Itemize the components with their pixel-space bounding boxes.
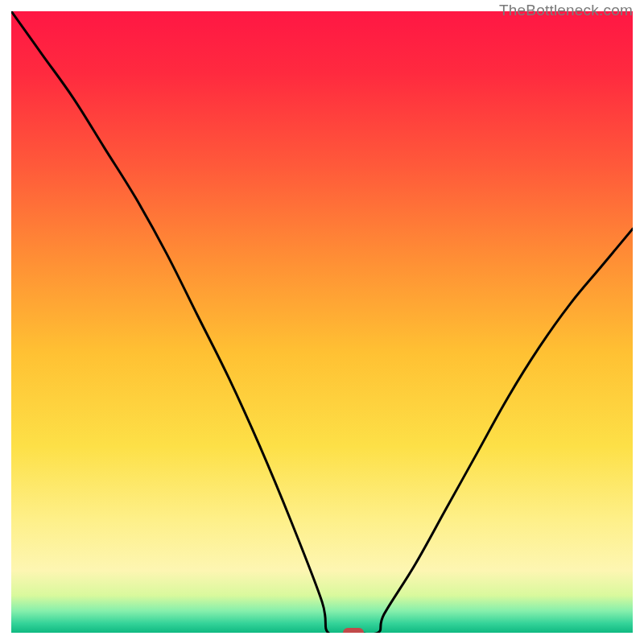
watermark-label: TheBottleneck.com xyxy=(499,2,633,19)
optimal-point-marker xyxy=(343,628,364,633)
plot-area xyxy=(11,11,633,633)
bottleneck-curve xyxy=(11,11,633,633)
chart-container: TheBottleneck.com xyxy=(0,0,644,644)
